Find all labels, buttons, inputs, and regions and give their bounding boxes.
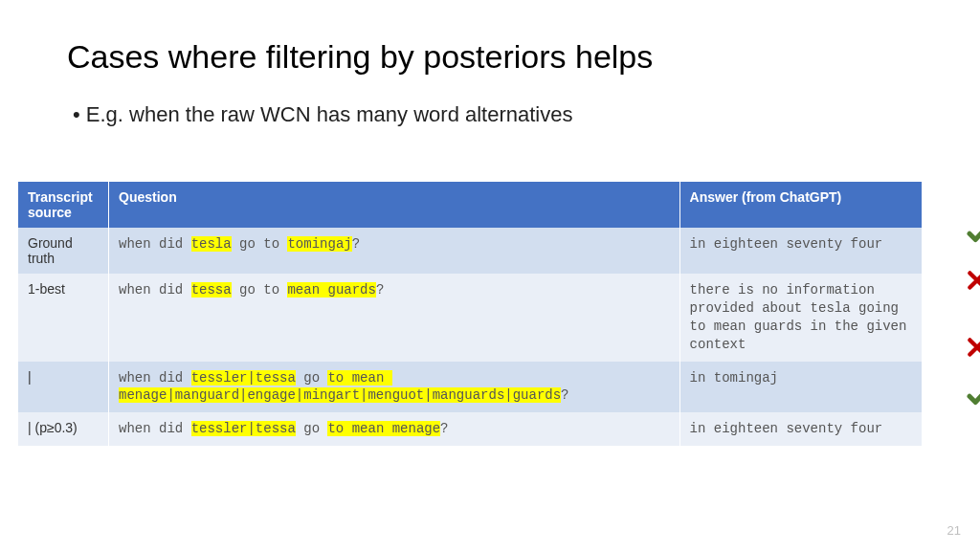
plain-text: when did	[119, 282, 191, 298]
plain-text: ?	[376, 282, 384, 298]
table-header-row: Transcript source Question Answer (from …	[18, 182, 923, 228]
cell-question: when did tessler|tessa go to mean menage…	[109, 412, 680, 446]
highlighted-text: tomingaj	[287, 236, 351, 252]
cell-question: when did tesla go to tomingaj?	[109, 228, 680, 274]
slide-title: Cases where filtering by posteriors help…	[67, 38, 913, 76]
cross-icon	[965, 268, 980, 293]
highlighted-text: tessler|tessa	[191, 370, 296, 386]
bullet-text: E.g. when the raw WCN has many word alte…	[73, 102, 913, 127]
plain-text: ?	[440, 421, 448, 436]
plain-text: ?	[561, 387, 568, 403]
result-correct	[965, 381, 980, 409]
plain-text: go to	[232, 282, 288, 298]
result-wrong	[965, 335, 980, 364]
result-correct	[965, 218, 980, 247]
plain-text: when did	[119, 421, 191, 436]
highlighted-text: to mean menage	[327, 421, 440, 436]
cell-answer: in tomingaj	[679, 362, 922, 413]
table-row: Ground truthwhen did tesla go to tominga…	[18, 228, 923, 274]
table-row: | (p≥0.3)when did tessler|tessa go to me…	[18, 412, 923, 446]
cell-answer: in eighteen seventy four	[679, 228, 922, 274]
plain-text: go	[296, 421, 328, 436]
plain-text: when did	[119, 236, 191, 252]
cell-source: |	[18, 362, 109, 413]
highlighted-text: tesla	[191, 236, 232, 252]
cell-source: 1-best	[18, 274, 109, 362]
page-number: 21	[947, 523, 961, 538]
plain-text: go	[296, 370, 328, 386]
cell-source: | (p≥0.3)	[18, 412, 109, 446]
check-icon	[965, 218, 980, 247]
plain-text: ?	[352, 236, 360, 252]
highlighted-text: mean guards	[287, 282, 375, 298]
cell-answer: in eighteen seventy four	[679, 412, 922, 446]
table-row: |when did tessler|tessa go to mean menag…	[18, 362, 923, 413]
check-icon	[965, 381, 980, 409]
plain-text: when did	[119, 370, 191, 386]
cross-icon	[965, 335, 980, 360]
highlighted-text: tessa	[191, 282, 232, 298]
plain-text: go to	[232, 236, 288, 252]
cell-answer: there is no information provided about t…	[679, 274, 922, 362]
header-question: Question	[109, 182, 680, 228]
table-body: Ground truthwhen did tesla go to tominga…	[18, 228, 923, 446]
cell-question: when did tessler|tessa go to mean menage…	[109, 362, 680, 413]
header-answer: Answer (from ChatGPT)	[679, 182, 922, 228]
result-wrong	[965, 268, 980, 297]
header-transcript-source: Transcript source	[18, 182, 109, 228]
table-row: 1-bestwhen did tessa go to mean guards?t…	[18, 274, 923, 362]
cell-question: when did tessa go to mean guards?	[109, 274, 680, 362]
slide: Cases where filtering by posteriors help…	[0, 0, 980, 551]
comparison-table: Transcript source Question Answer (from …	[17, 182, 923, 446]
highlighted-text: tessler|tessa	[191, 421, 296, 436]
comparison-table-wrap: Transcript source Question Answer (from …	[17, 182, 923, 446]
cell-source: Ground truth	[18, 228, 109, 274]
